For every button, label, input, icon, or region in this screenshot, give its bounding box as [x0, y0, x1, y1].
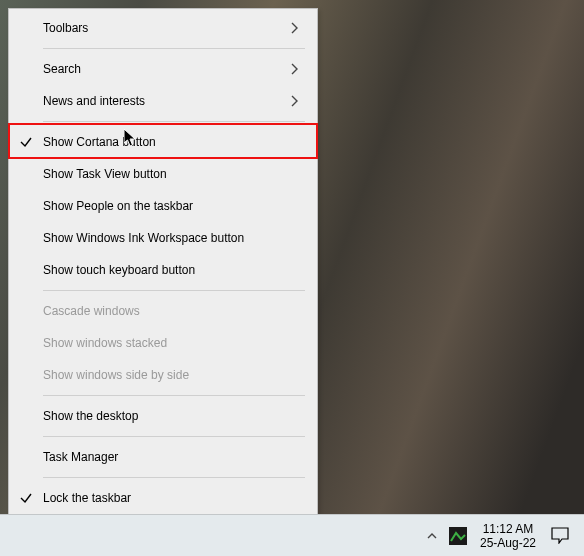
- menu-item-label: Show touch keyboard button: [43, 263, 283, 277]
- menu-item-label: Show Cortana button: [43, 135, 283, 149]
- taskbar-context-menu: ToolbarsSearchNews and interestsShow Cor…: [8, 8, 318, 550]
- check-icon: [9, 491, 43, 505]
- menu-item-show-touch-keyboard-button[interactable]: Show touch keyboard button: [9, 254, 317, 286]
- menu-separator: [43, 48, 305, 49]
- menu-item-label: Toolbars: [43, 21, 283, 35]
- chevron-right-icon: [283, 63, 305, 75]
- menu-item-task-manager[interactable]: Task Manager: [9, 441, 317, 473]
- menu-item-label: Show windows side by side: [43, 368, 283, 382]
- menu-item-show-people-on-the-taskbar[interactable]: Show People on the taskbar: [9, 190, 317, 222]
- menu-separator: [43, 121, 305, 122]
- menu-item-show-windows-side-by-side: Show windows side by side: [9, 359, 317, 391]
- menu-item-label: Search: [43, 62, 283, 76]
- menu-separator: [43, 477, 305, 478]
- menu-item-label: News and interests: [43, 94, 283, 108]
- menu-item-label: Task Manager: [43, 450, 283, 464]
- taskbar-time: 11:12 AM: [480, 522, 536, 536]
- menu-item-toolbars[interactable]: Toolbars: [9, 12, 317, 44]
- menu-separator: [43, 395, 305, 396]
- menu-item-label: Show Windows Ink Workspace button: [43, 231, 283, 245]
- menu-item-label: Lock the taskbar: [43, 491, 283, 505]
- taskbar-clock[interactable]: 11:12 AM 25-Aug-22: [472, 522, 544, 550]
- menu-item-label: Cascade windows: [43, 304, 283, 318]
- menu-separator: [43, 436, 305, 437]
- menu-item-show-the-desktop[interactable]: Show the desktop: [9, 400, 317, 432]
- menu-item-news-and-interests[interactable]: News and interests: [9, 85, 317, 117]
- menu-item-label: Show the desktop: [43, 409, 283, 423]
- taskbar: 11:12 AM 25-Aug-22: [0, 514, 584, 556]
- tray-chevron-icon[interactable]: [420, 515, 444, 557]
- menu-item-show-windows-ink-workspace-button[interactable]: Show Windows Ink Workspace button: [9, 222, 317, 254]
- menu-item-search[interactable]: Search: [9, 53, 317, 85]
- menu-item-lock-the-taskbar[interactable]: Lock the taskbar: [9, 482, 317, 514]
- menu-item-show-cortana-button[interactable]: Show Cortana button: [9, 126, 317, 158]
- menu-item-cascade-windows: Cascade windows: [9, 295, 317, 327]
- tray-app-icon[interactable]: [446, 515, 470, 557]
- menu-item-label: Show windows stacked: [43, 336, 283, 350]
- taskbar-date: 25-Aug-22: [480, 536, 536, 550]
- menu-item-label: Show Task View button: [43, 167, 283, 181]
- action-center-icon[interactable]: [546, 515, 574, 557]
- menu-separator: [43, 290, 305, 291]
- menu-item-show-windows-stacked: Show windows stacked: [9, 327, 317, 359]
- check-icon: [9, 135, 43, 149]
- chevron-right-icon: [283, 95, 305, 107]
- menu-item-label: Show People on the taskbar: [43, 199, 283, 213]
- menu-item-show-task-view-button[interactable]: Show Task View button: [9, 158, 317, 190]
- chevron-right-icon: [283, 22, 305, 34]
